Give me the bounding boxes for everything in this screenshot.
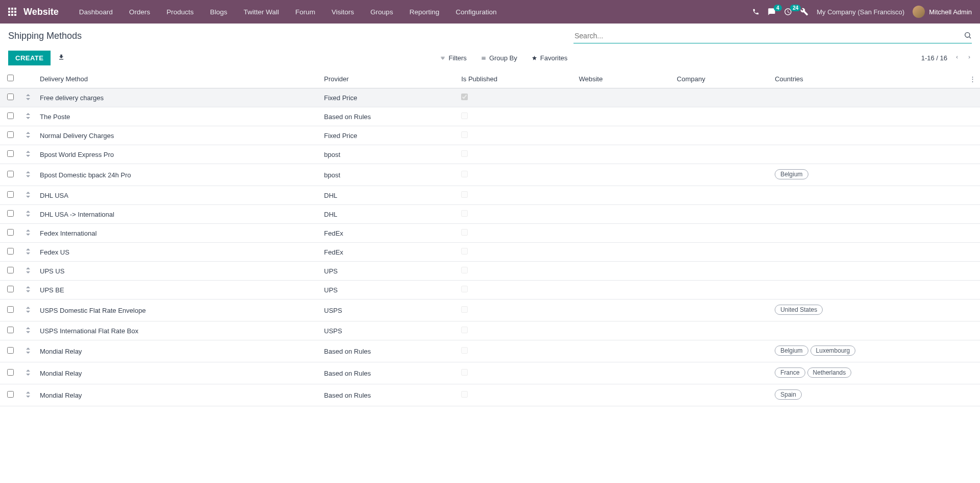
- drag-handle-icon[interactable]: [20, 186, 36, 205]
- country-tag[interactable]: United States: [775, 305, 823, 315]
- pager-next[interactable]: [967, 54, 972, 62]
- table-row[interactable]: USPS Domestic Flat Rate EnvelopeUSPSUnit…: [0, 300, 980, 321]
- app-brand[interactable]: Website: [23, 7, 59, 17]
- menu-item-blogs[interactable]: Blogs: [204, 5, 233, 19]
- drag-handle-icon[interactable]: [20, 145, 36, 164]
- is-published-checkbox[interactable]: [461, 347, 468, 354]
- drag-handle-icon[interactable]: [20, 164, 36, 186]
- table-row[interactable]: Free delivery chargesFixed Price: [0, 88, 980, 107]
- menu-item-configuration[interactable]: Configuration: [449, 5, 503, 19]
- menu-item-forum[interactable]: Forum: [289, 5, 321, 19]
- search-input[interactable]: [573, 29, 961, 43]
- menu-item-twitter-wall[interactable]: Twitter Wall: [237, 5, 285, 19]
- is-published-checkbox[interactable]: [461, 191, 468, 198]
- table-row[interactable]: Fedex USFedEx: [0, 243, 980, 262]
- import-button[interactable]: [58, 54, 65, 62]
- is-published-checkbox[interactable]: [461, 286, 468, 292]
- drag-handle-icon[interactable]: [20, 300, 36, 321]
- debug-icon[interactable]: [800, 8, 808, 16]
- drag-handle-icon[interactable]: [20, 362, 36, 384]
- menu-item-reporting[interactable]: Reporting: [403, 5, 446, 19]
- pager-prev[interactable]: [954, 54, 960, 62]
- col-countries[interactable]: Countries: [771, 70, 965, 88]
- table-row[interactable]: UPS BEUPS: [0, 281, 980, 300]
- drag-handle-icon[interactable]: [20, 281, 36, 300]
- is-published-checkbox[interactable]: [461, 248, 468, 255]
- drag-handle-icon[interactable]: [20, 224, 36, 243]
- drag-handle-icon[interactable]: [20, 340, 36, 362]
- pager-text[interactable]: 1-16 / 16: [921, 54, 947, 62]
- table-row[interactable]: DHL USADHL: [0, 186, 980, 205]
- is-published-checkbox[interactable]: [461, 150, 468, 157]
- menu-item-groups[interactable]: Groups: [364, 5, 399, 19]
- favorites-button[interactable]: Favorites: [532, 54, 567, 62]
- row-checkbox[interactable]: [7, 286, 14, 292]
- row-checkbox[interactable]: [7, 150, 14, 157]
- drag-handle-icon[interactable]: [20, 205, 36, 224]
- menu-item-dashboard[interactable]: Dashboard: [73, 5, 119, 19]
- table-row[interactable]: USPS International Flat Rate BoxUSPS: [0, 321, 980, 340]
- row-checkbox[interactable]: [7, 229, 14, 236]
- menu-item-products[interactable]: Products: [160, 5, 200, 19]
- row-checkbox[interactable]: [7, 347, 14, 354]
- search-icon[interactable]: [964, 31, 972, 41]
- messages-icon[interactable]: 4: [768, 8, 776, 16]
- phone-icon[interactable]: [752, 8, 759, 15]
- table-row[interactable]: The PosteBased on Rules: [0, 107, 980, 126]
- col-provider[interactable]: Provider: [320, 70, 458, 88]
- is-published-checkbox[interactable]: [461, 210, 468, 217]
- drag-handle-icon[interactable]: [20, 126, 36, 145]
- table-row[interactable]: UPS USUPS: [0, 262, 980, 281]
- country-tag[interactable]: France: [775, 367, 805, 378]
- table-row[interactable]: DHL USA -> InternationalDHL: [0, 205, 980, 224]
- is-published-checkbox[interactable]: [461, 171, 468, 177]
- row-checkbox[interactable]: [7, 369, 14, 376]
- activities-icon[interactable]: 24: [784, 8, 792, 16]
- col-is-published[interactable]: Is Published: [457, 70, 575, 88]
- drag-handle-icon[interactable]: [20, 384, 36, 406]
- table-row[interactable]: Normal Delivery ChargesFixed Price: [0, 126, 980, 145]
- row-checkbox[interactable]: [7, 191, 14, 198]
- menu-item-orders[interactable]: Orders: [123, 5, 156, 19]
- row-checkbox[interactable]: [7, 131, 14, 138]
- is-published-checkbox[interactable]: [461, 131, 468, 138]
- drag-handle-icon[interactable]: [20, 107, 36, 126]
- table-row[interactable]: Mondial RelayBased on RulesSpain: [0, 384, 980, 406]
- row-checkbox[interactable]: [7, 210, 14, 217]
- col-website[interactable]: Website: [575, 70, 673, 88]
- table-row[interactable]: Bpost World Express Probpost: [0, 145, 980, 164]
- row-checkbox[interactable]: [7, 306, 14, 313]
- country-tag[interactable]: Belgium: [775, 346, 808, 356]
- country-tag[interactable]: Luxembourg: [810, 346, 856, 356]
- filters-button[interactable]: Filters: [440, 54, 466, 62]
- is-published-checkbox[interactable]: [461, 229, 468, 236]
- drag-handle-icon[interactable]: [20, 88, 36, 107]
- row-checkbox[interactable]: [7, 391, 14, 398]
- user-menu[interactable]: Mitchell Admin: [913, 6, 972, 18]
- is-published-checkbox[interactable]: [461, 306, 468, 313]
- optional-columns[interactable]: ⋮: [965, 70, 980, 88]
- table-row[interactable]: Mondial RelayBased on RulesFranceNetherl…: [0, 362, 980, 384]
- is-published-checkbox[interactable]: [461, 391, 468, 398]
- row-checkbox[interactable]: [7, 94, 14, 100]
- is-published-checkbox[interactable]: [461, 327, 468, 333]
- groupby-button[interactable]: Group By: [481, 54, 517, 62]
- drag-handle-icon[interactable]: [20, 243, 36, 262]
- is-published-checkbox[interactable]: [461, 112, 468, 119]
- table-row[interactable]: Mondial RelayBased on RulesBelgiumLuxemb…: [0, 340, 980, 362]
- is-published-checkbox[interactable]: [461, 94, 468, 100]
- country-tag[interactable]: Belgium: [775, 169, 808, 179]
- drag-handle-icon[interactable]: [20, 321, 36, 340]
- menu-item-visitors[interactable]: Visitors: [325, 5, 360, 19]
- apps-icon[interactable]: [8, 8, 16, 16]
- row-checkbox[interactable]: [7, 248, 14, 255]
- company-selector[interactable]: My Company (San Francisco): [817, 8, 904, 16]
- country-tag[interactable]: Netherlands: [807, 367, 852, 378]
- col-delivery-method[interactable]: Delivery Method: [36, 70, 320, 88]
- table-row[interactable]: Bpost Domestic bpack 24h ProbpostBelgium: [0, 164, 980, 186]
- is-published-checkbox[interactable]: [461, 369, 468, 376]
- row-checkbox[interactable]: [7, 267, 14, 273]
- row-checkbox[interactable]: [7, 112, 14, 119]
- is-published-checkbox[interactable]: [461, 267, 468, 273]
- table-row[interactable]: Fedex InternationalFedEx: [0, 224, 980, 243]
